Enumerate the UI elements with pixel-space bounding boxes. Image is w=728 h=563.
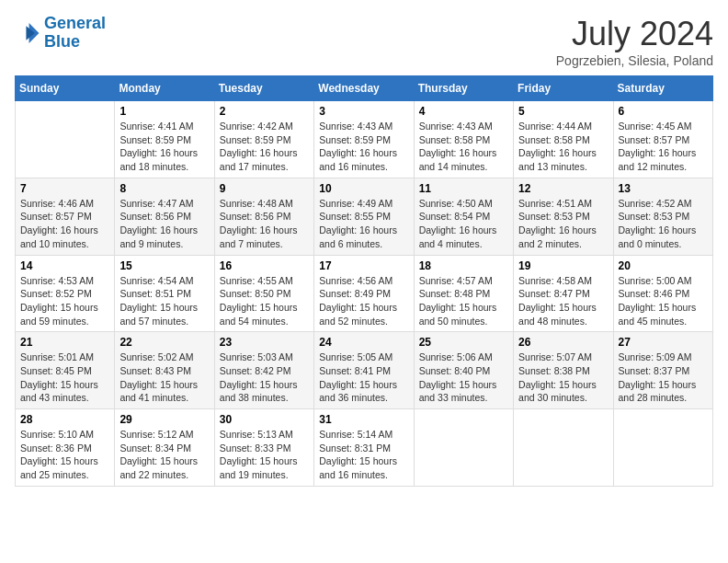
day-info: Sunrise: 5:01 AM Sunset: 8:45 PM Dayligh… (20, 350, 109, 405)
day-number: 18 (419, 259, 508, 272)
calendar-cell: 24Sunrise: 5:05 AM Sunset: 8:41 PM Dayli… (314, 332, 414, 409)
logo-icon (15, 20, 40, 46)
calendar-cell: 7Sunrise: 4:46 AM Sunset: 8:57 PM Daylig… (16, 178, 115, 255)
calendar-cell: 22Sunrise: 5:02 AM Sunset: 8:43 PM Dayli… (115, 332, 214, 409)
calendar-cell: 1Sunrise: 4:41 AM Sunset: 8:59 PM Daylig… (115, 101, 214, 178)
day-number: 20 (619, 259, 708, 272)
day-number: 1 (119, 105, 209, 118)
calendar-cell (16, 101, 115, 178)
day-info: Sunrise: 4:44 AM Sunset: 8:58 PM Dayligh… (518, 120, 608, 174)
day-info: Sunrise: 5:00 AM Sunset: 8:46 PM Dayligh… (619, 274, 708, 328)
calendar-cell: 20Sunrise: 5:00 AM Sunset: 8:46 PM Dayli… (613, 255, 712, 332)
weekday-header: Saturday (613, 76, 712, 101)
day-number: 10 (319, 182, 408, 195)
calendar-week-row: 1Sunrise: 4:41 AM Sunset: 8:59 PM Daylig… (16, 101, 713, 178)
day-info: Sunrise: 4:51 AM Sunset: 8:53 PM Dayligh… (518, 197, 608, 251)
logo-text: General Blue (44, 15, 106, 52)
day-number: 23 (220, 336, 309, 349)
calendar-cell: 3Sunrise: 4:43 AM Sunset: 8:59 PM Daylig… (314, 101, 414, 178)
calendar-cell (414, 409, 513, 487)
calendar-cell: 5Sunrise: 4:44 AM Sunset: 8:58 PM Daylig… (514, 101, 613, 178)
calendar-table: SundayMondayTuesdayWednesdayThursdayFrid… (15, 75, 713, 487)
day-number: 26 (518, 336, 608, 349)
calendar-cell: 17Sunrise: 4:56 AM Sunset: 8:49 PM Dayli… (314, 255, 414, 332)
day-number: 21 (20, 336, 109, 349)
day-info: Sunrise: 4:45 AM Sunset: 8:57 PM Dayligh… (619, 120, 708, 174)
day-number: 25 (419, 336, 508, 349)
day-number: 4 (419, 105, 508, 118)
day-number: 30 (220, 413, 309, 426)
day-number: 22 (119, 336, 209, 349)
day-number: 3 (319, 105, 408, 118)
day-info: Sunrise: 4:46 AM Sunset: 8:57 PM Dayligh… (20, 197, 109, 251)
calendar-cell: 27Sunrise: 5:09 AM Sunset: 8:37 PM Dayli… (613, 332, 712, 409)
location-subtitle: Pogrzebien, Silesia, Poland (556, 53, 713, 68)
day-info: Sunrise: 5:09 AM Sunset: 8:37 PM Dayligh… (619, 350, 708, 405)
calendar-cell: 14Sunrise: 4:53 AM Sunset: 8:52 PM Dayli… (16, 255, 115, 332)
calendar-week-row: 21Sunrise: 5:01 AM Sunset: 8:45 PM Dayli… (16, 332, 713, 409)
calendar-cell: 2Sunrise: 4:42 AM Sunset: 8:59 PM Daylig… (214, 101, 313, 178)
day-info: Sunrise: 5:06 AM Sunset: 8:40 PM Dayligh… (419, 350, 508, 405)
day-info: Sunrise: 5:05 AM Sunset: 8:41 PM Dayligh… (319, 350, 408, 405)
logo: General Blue (15, 15, 106, 52)
day-info: Sunrise: 5:12 AM Sunset: 8:34 PM Dayligh… (119, 428, 209, 482)
day-info: Sunrise: 4:56 AM Sunset: 8:49 PM Dayligh… (319, 274, 408, 328)
day-info: Sunrise: 4:49 AM Sunset: 8:55 PM Dayligh… (319, 197, 408, 251)
day-info: Sunrise: 4:55 AM Sunset: 8:50 PM Dayligh… (220, 274, 309, 328)
day-info: Sunrise: 5:10 AM Sunset: 8:36 PM Dayligh… (20, 428, 109, 482)
day-info: Sunrise: 4:43 AM Sunset: 8:59 PM Dayligh… (319, 120, 408, 174)
calendar-cell: 16Sunrise: 4:55 AM Sunset: 8:50 PM Dayli… (214, 255, 313, 332)
calendar-week-row: 14Sunrise: 4:53 AM Sunset: 8:52 PM Dayli… (16, 255, 713, 332)
weekday-header: Wednesday (314, 76, 414, 101)
weekday-header: Thursday (414, 76, 513, 101)
day-info: Sunrise: 4:53 AM Sunset: 8:52 PM Dayligh… (20, 274, 109, 328)
day-number: 11 (419, 182, 508, 195)
calendar-cell: 8Sunrise: 4:47 AM Sunset: 8:56 PM Daylig… (115, 178, 214, 255)
day-number: 24 (319, 336, 408, 349)
day-info: Sunrise: 5:13 AM Sunset: 8:33 PM Dayligh… (220, 428, 309, 482)
calendar-cell: 18Sunrise: 4:57 AM Sunset: 8:48 PM Dayli… (414, 255, 513, 332)
day-number: 29 (119, 413, 209, 426)
calendar-cell: 12Sunrise: 4:51 AM Sunset: 8:53 PM Dayli… (514, 178, 613, 255)
day-number: 9 (220, 182, 309, 195)
day-number: 2 (220, 105, 309, 118)
weekday-header: Friday (514, 76, 613, 101)
title-block: July 2024 Pogrzebien, Silesia, Poland (556, 15, 713, 68)
weekday-header: Monday (115, 76, 214, 101)
day-number: 12 (518, 182, 608, 195)
day-number: 6 (619, 105, 708, 118)
day-number: 14 (20, 259, 109, 272)
day-info: Sunrise: 5:03 AM Sunset: 8:42 PM Dayligh… (220, 350, 309, 405)
weekday-header: Tuesday (214, 76, 313, 101)
day-info: Sunrise: 4:42 AM Sunset: 8:59 PM Dayligh… (220, 120, 309, 174)
calendar-cell: 31Sunrise: 5:14 AM Sunset: 8:31 PM Dayli… (314, 409, 414, 487)
calendar-cell: 21Sunrise: 5:01 AM Sunset: 8:45 PM Dayli… (16, 332, 115, 409)
calendar-week-row: 28Sunrise: 5:10 AM Sunset: 8:36 PM Dayli… (16, 409, 713, 487)
day-number: 17 (319, 259, 408, 272)
calendar-cell: 9Sunrise: 4:48 AM Sunset: 8:56 PM Daylig… (214, 178, 313, 255)
calendar-cell: 10Sunrise: 4:49 AM Sunset: 8:55 PM Dayli… (314, 178, 414, 255)
day-info: Sunrise: 4:52 AM Sunset: 8:53 PM Dayligh… (619, 197, 708, 251)
day-number: 16 (220, 259, 309, 272)
day-info: Sunrise: 4:48 AM Sunset: 8:56 PM Dayligh… (220, 197, 309, 251)
day-number: 27 (619, 336, 708, 349)
day-number: 31 (319, 413, 408, 426)
day-info: Sunrise: 5:07 AM Sunset: 8:38 PM Dayligh… (518, 350, 608, 405)
day-info: Sunrise: 5:02 AM Sunset: 8:43 PM Dayligh… (119, 350, 209, 405)
day-info: Sunrise: 5:14 AM Sunset: 8:31 PM Dayligh… (319, 428, 408, 482)
calendar-cell: 13Sunrise: 4:52 AM Sunset: 8:53 PM Dayli… (613, 178, 712, 255)
calendar-cell: 30Sunrise: 5:13 AM Sunset: 8:33 PM Dayli… (214, 409, 313, 487)
calendar-cell: 26Sunrise: 5:07 AM Sunset: 8:38 PM Dayli… (514, 332, 613, 409)
day-number: 8 (119, 182, 209, 195)
day-info: Sunrise: 4:43 AM Sunset: 8:58 PM Dayligh… (419, 120, 508, 174)
day-number: 28 (20, 413, 109, 426)
day-number: 19 (518, 259, 608, 272)
day-info: Sunrise: 4:58 AM Sunset: 8:47 PM Dayligh… (518, 274, 608, 328)
calendar-cell: 23Sunrise: 5:03 AM Sunset: 8:42 PM Dayli… (214, 332, 313, 409)
calendar-cell: 29Sunrise: 5:12 AM Sunset: 8:34 PM Dayli… (115, 409, 214, 487)
calendar-cell: 25Sunrise: 5:06 AM Sunset: 8:40 PM Dayli… (414, 332, 513, 409)
day-info: Sunrise: 4:54 AM Sunset: 8:51 PM Dayligh… (119, 274, 209, 328)
day-info: Sunrise: 4:50 AM Sunset: 8:54 PM Dayligh… (419, 197, 508, 251)
calendar-cell: 11Sunrise: 4:50 AM Sunset: 8:54 PM Dayli… (414, 178, 513, 255)
day-number: 15 (119, 259, 209, 272)
